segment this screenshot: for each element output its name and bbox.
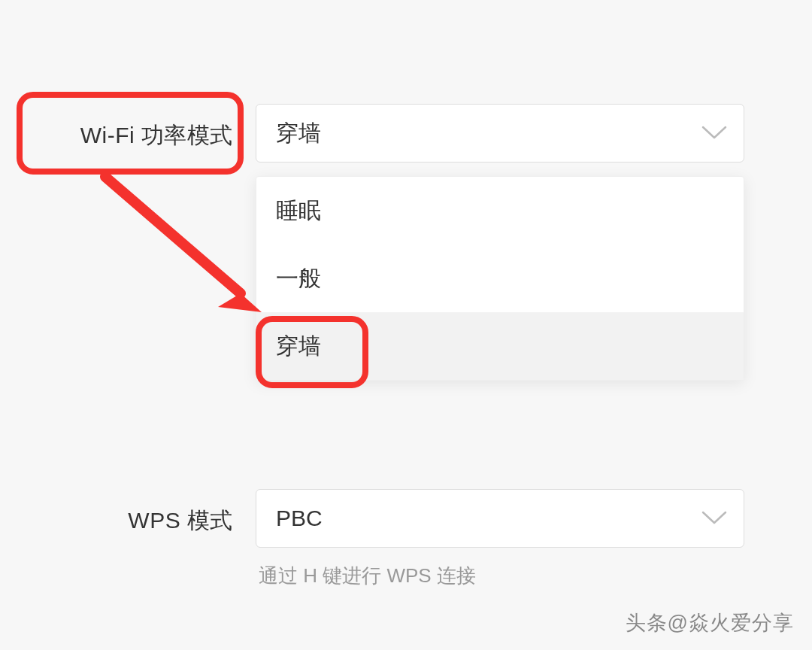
wifi-power-label: Wi-Fi 功率模式 [0,104,256,151]
wifi-power-dropdown: 睡眠 一般 穿墙 [256,176,744,381]
wifi-power-selected-value: 穿墙 [276,118,321,149]
wps-mode-selected-value: PBC [276,506,323,531]
wps-mode-hint: 通过 H 键进行 WPS 连接 [256,563,744,589]
wifi-power-row: Wi-Fi 功率模式 穿墙 睡眠 一般 穿墙 [0,104,744,162]
wifi-power-select[interactable]: 穿墙 [256,104,744,162]
wps-mode-row: WPS 模式 PBC 通过 H 键进行 WPS 连接 [0,489,744,589]
svg-line-1 [105,177,241,293]
watermark-text: 头条@焱火爱分享 [626,609,794,636]
option-label: 一般 [276,263,321,294]
wps-mode-select[interactable]: PBC [256,489,744,548]
wps-mode-label: WPS 模式 [0,489,256,536]
chevron-down-icon [701,511,727,526]
wifi-power-option-sleep[interactable]: 睡眠 [256,177,744,245]
wps-mode-field: PBC 通过 H 键进行 WPS 连接 [256,489,744,589]
annotation-arrow-icon [90,162,278,327]
chevron-down-icon [701,126,727,141]
wifi-power-option-normal[interactable]: 一般 [256,245,744,312]
wifi-power-option-wall[interactable]: 穿墙 [256,312,744,380]
wifi-power-field: 穿墙 睡眠 一般 穿墙 [256,104,744,162]
option-label: 睡眠 [276,196,321,226]
option-label: 穿墙 [276,331,321,362]
